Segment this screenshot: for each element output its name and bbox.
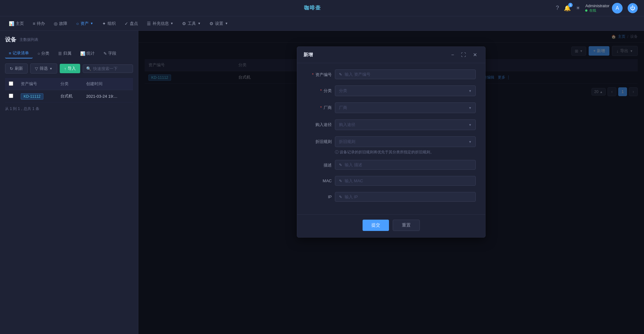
page-title: 设备 (5, 36, 16, 43)
assets-arrow-icon: ▼ (90, 22, 93, 25)
filter-button[interactable]: ▽ 筛选 ▼ (30, 63, 57, 74)
nav-item-pending[interactable]: ≡ 待办 (29, 19, 49, 28)
page-subtitle: 主数据列表 (19, 37, 38, 42)
inventory-icon: ✓ (125, 21, 128, 26)
top-bar: 咖啡壶 ? 🔔 1 ☀ Administrator 在线 A ⏻ (0, 0, 644, 16)
depreciation-rule-arrow-icon: ▼ (469, 140, 472, 144)
cell-asset-no: KD-11112 (17, 90, 57, 102)
field-label-ip: IP (307, 192, 332, 199)
form-row-vendor: * 厂商 厂商 ▼ (307, 102, 476, 113)
modal-header: 新增 − ⛶ ✕ (297, 47, 485, 63)
tab-fields[interactable]: ✎ 字段 (100, 48, 120, 58)
tab-ownership-icon: ☰ (58, 51, 62, 56)
cell-created-time: 2021-03-24 19:... (82, 90, 133, 102)
import-button[interactable]: ↑ 导入 (60, 64, 80, 73)
search-input[interactable] (93, 66, 130, 71)
mac-input[interactable] (345, 178, 472, 183)
reset-button[interactable]: 重置 (393, 220, 420, 231)
asset-no-input[interactable] (345, 72, 472, 77)
modal-maximize-button[interactable]: ⛶ (459, 52, 468, 58)
vendor-arrow-icon: ▼ (469, 106, 472, 110)
modal-dialog: 新增 − ⛶ ✕ * 资产编号 ✎ (297, 47, 486, 238)
nav-item-home[interactable]: 📊 主页 (5, 19, 28, 28)
description-input[interactable] (345, 162, 472, 167)
col-category: 分类 (57, 78, 82, 90)
description-input-wrapper[interactable]: ✎ (335, 160, 476, 170)
top-bar-right: ? 🔔 1 ☀ Administrator 在线 A ⏻ (556, 3, 638, 14)
ip-edit-icon: ✎ (339, 195, 342, 199)
tools-icon: ⚙ (182, 21, 186, 26)
modal-minimize-button[interactable]: − (449, 52, 456, 58)
power-icon[interactable]: ⏻ (628, 3, 638, 13)
category-select[interactable]: 分类 ▼ (335, 85, 476, 96)
pagination-info: 从 1 到 1，总共 1 条 (5, 106, 133, 112)
tab-stats-icon: 📊 (80, 51, 85, 56)
purchase-channel-select[interactable]: 购入途径 ▼ (335, 119, 476, 130)
import-icon: ↑ (64, 66, 66, 71)
nav-item-settings[interactable]: ⚙ 设置 ▼ (206, 19, 232, 28)
tools-arrow-icon: ▼ (197, 22, 201, 25)
ip-input[interactable] (345, 194, 472, 199)
search-icon: 🔍 (86, 66, 91, 71)
asset-tag: KD-11112 (21, 93, 43, 100)
search-box[interactable]: 🔍 (83, 64, 133, 73)
tab-ownership[interactable]: ☰ 归属 (54, 48, 75, 58)
depreciation-rule-text: 折旧规则 (339, 139, 355, 145)
user-info: Administrator 在线 A (585, 3, 623, 14)
pending-icon: ≡ (33, 21, 35, 26)
field-label-purchase-channel: 购入途径 (307, 119, 332, 128)
notification-icon[interactable]: 🔔 1 (564, 5, 571, 12)
table-row[interactable]: KD-11112 台式机 2021-03-24 19:... (5, 90, 133, 102)
cell-category: 台式机 (57, 90, 82, 102)
asset-no-input-wrapper[interactable]: ✎ (335, 69, 476, 79)
home-icon: 📊 (9, 21, 14, 26)
field-label-mac: MAC (307, 176, 332, 183)
vendor-select-text: 厂商 (339, 105, 347, 111)
form-row-mac: MAC ✎ (307, 176, 476, 186)
tab-fields-icon: ✎ (103, 51, 107, 56)
help-icon[interactable]: ? (556, 5, 559, 11)
nav-item-assets[interactable]: ○ 资产 ▼ (72, 19, 97, 28)
col-asset-no: 资产编号 (17, 78, 57, 90)
username: Administrator 在线 (585, 3, 609, 13)
modal-footer: 提交 重置 (297, 214, 485, 237)
settings-icon: ⚙ (209, 21, 214, 26)
nav-item-fault[interactable]: ◎ 故障 (50, 19, 71, 28)
nav-item-inventory[interactable]: ✓ 盘点 (121, 19, 142, 28)
form-row-description: 描述 ✎ (307, 160, 476, 170)
tabs: ≡ 记录清单 ○ 分类 ☰ 归属 📊 统计 ✎ 字段 (5, 48, 133, 58)
depreciation-rule-select[interactable]: 折旧规则 ▼ (335, 136, 476, 147)
nav-item-org[interactable]: ✦ 组织 (98, 19, 119, 28)
refresh-icon: ↻ (10, 66, 13, 71)
modal-close-button[interactable]: ✕ (471, 51, 479, 58)
filter-icon: ▽ (35, 66, 38, 71)
left-data-table: 资产编号 分类 创建时间 KD-11112 台式机 2021-03-24 19:… (5, 78, 133, 102)
mac-edit-icon: ✎ (339, 179, 342, 183)
nav-bar: 📊 主页 ≡ 待办 ◎ 故障 ○ 资产 ▼ ✦ 组织 ✓ 盘点 ☰ 补充信息 ▼… (0, 16, 644, 31)
nav-item-tools[interactable]: ⚙ 工具 ▼ (178, 19, 204, 28)
theme-icon[interactable]: ☀ (576, 5, 580, 11)
purchase-channel-arrow-icon: ▼ (469, 123, 472, 127)
form-row-asset-no: * 资产编号 ✎ (307, 69, 476, 79)
field-label-depreciation-rule: 折旧规则 (307, 136, 332, 145)
purchase-channel-text: 购入途径 (339, 122, 355, 128)
tab-stats[interactable]: 📊 统计 (76, 48, 98, 58)
category-arrow-icon: ▼ (469, 89, 472, 93)
mac-input-wrapper[interactable]: ✎ (335, 176, 476, 186)
nav-item-supplement[interactable]: ☰ 补充信息 ▼ (143, 19, 177, 28)
submit-button[interactable]: 提交 (363, 220, 389, 231)
modal-controls: − ⛶ ✕ (449, 51, 479, 58)
field-label-vendor: * 厂商 (307, 102, 332, 111)
row-checkbox[interactable] (9, 94, 13, 98)
left-panel: 设备 主数据列表 ≡ 记录清单 ○ 分类 ☰ 归属 📊 统计 ✎ 字 (0, 31, 138, 334)
refresh-button[interactable]: ↻ 刷新 (5, 63, 28, 74)
filter-arrow-icon: ▼ (49, 67, 53, 70)
select-all-checkbox[interactable] (9, 81, 13, 86)
modal-title: 新增 (303, 52, 313, 58)
tab-classify[interactable]: ○ 分类 (34, 48, 53, 58)
field-label-description: 描述 (307, 160, 332, 168)
field-label-asset-no: * 资产编号 (307, 69, 332, 78)
ip-input-wrapper[interactable]: ✎ (335, 192, 476, 202)
vendor-select[interactable]: 厂商 ▼ (335, 102, 476, 113)
tab-records[interactable]: ≡ 记录清单 (5, 48, 33, 58)
